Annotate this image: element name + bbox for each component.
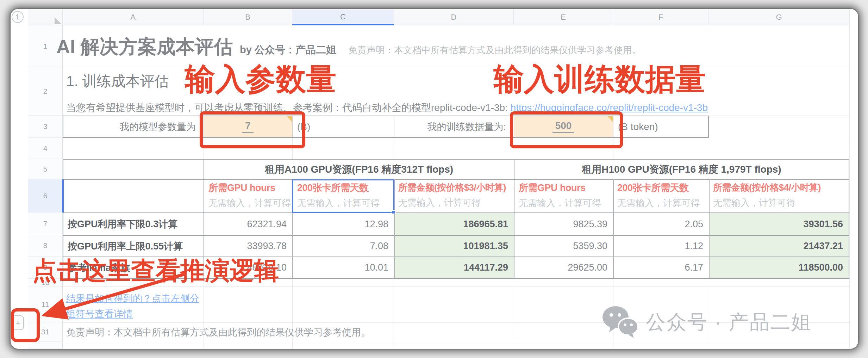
table-cell[interactable]: 2.05 [614,213,709,235]
col-title: 所需GPU hours [519,181,601,194]
title-row[interactable]: AI 解决方案成本评估 by 公众号：产品二姐 免责声明：本文档中所有估算方式及… [56,34,845,67]
wechat-icon [601,305,640,338]
table-cell[interactable]: 33993.78 [204,236,292,257]
annotation-input-data: 输入训练数据量 [494,64,706,94]
gridline [709,138,849,138]
gridline [849,10,850,349]
gridline [63,67,849,67]
col-subtitle: 无需输入，计算可得 [519,197,601,209]
gridline [63,179,849,180]
table-cell[interactable]: 29625.00 [514,257,613,278]
data-unit-cell[interactable]: (B token) [613,116,708,137]
col-header-days-h100[interactable]: 200张卡所需天数 无需输入，计算可得 [617,181,700,209]
col-subtitle: 无需输入，计算可得 [398,197,506,209]
col-subtitle: 无需输入，计算可得 [713,197,821,209]
gridline [63,342,849,342]
fill-handle[interactable] [392,210,396,214]
screenshot: 1 A B C D E F G 1 2 3 4 5 6 7 8 9 10 11 … [0,0,868,358]
table-cell[interactable]: 101981.35 [395,236,514,257]
row-header-4[interactable]: 4 [28,138,63,159]
table-cell[interactable]: 39301.56 [710,213,849,235]
spreadsheet-window: 1 A B C D E F G 1 2 3 4 5 6 7 8 9 10 11 … [11,9,858,349]
col-subtitle: 无需输入，计算可得 [617,197,700,209]
col-title: 所需GPU hours [208,181,291,194]
table-cell[interactable]: 12.98 [293,213,394,235]
table-cell[interactable]: 1.12 [614,236,709,257]
row-header-2[interactable]: 2 [28,67,63,116]
gridline [394,279,394,349]
data-label-cell[interactable]: 我的训练数据量为: [394,116,514,137]
col-header-cost-a100[interactable]: 所需金额(按价格$3/小时算) 无需输入，计算可得 [398,181,506,209]
table-cell[interactable]: 5359.30 [514,236,613,257]
annotation-input-params: 输入参数量 [185,64,336,94]
column-header-c[interactable]: C [292,10,394,25]
row-header-5[interactable]: 5 [28,159,63,179]
row-selection-bar [62,179,64,212]
column-header-b[interactable]: B [204,10,292,25]
gridline [514,279,514,349]
disclaimer-row[interactable]: 免责声明：本文档中所有估算方式及由此得到的结果仅供学习参考使用。 [66,322,370,342]
selected-cell-outline[interactable] [292,179,394,213]
row-header-6[interactable]: 6 [28,179,63,212]
col-title: 所需金额(按价格$3/小时算) [398,181,506,194]
group-header-h100[interactable]: 租用H100 GPU资源(FP16 精度 1,979T flops) [514,160,849,179]
title-byline: by 公众号：产品二姐 [240,43,336,57]
annotation-click-here: 点击这里查看推演逻辑 [32,258,279,283]
table-cell[interactable]: 186965.81 [395,213,514,235]
detail-link-line2: 组符号查看详情 [66,306,199,322]
table-cell[interactable]: 62321.94 [204,213,292,235]
select-all-corner[interactable] [28,10,63,25]
table-cell[interactable]: 9825.39 [514,213,613,235]
param-unit-cell[interactable]: (B) [292,116,394,137]
table-cell[interactable]: 21437.21 [710,236,849,257]
page-title: AI 解决方案成本评估 [56,34,233,60]
gridline [394,138,394,159]
column-header-d[interactable]: D [394,10,514,25]
table-cell[interactable]: 7.08 [293,236,394,257]
row-header-7[interactable]: 7 [28,212,63,235]
group-header-a100[interactable]: 租用A100 GPU资源(FP16 精度312T flops) [204,160,514,179]
annotation-box-param [200,111,305,148]
select-all-triangle-icon [55,17,62,24]
detail-link-line1: 结果是如何得到的？点击左侧分 [66,291,199,306]
table-cell[interactable]: 6.17 [614,257,709,278]
section-heading[interactable]: 1. 训练成本评估 [66,72,169,91]
table-cell[interactable]: 118500.00 [710,257,849,278]
col-title: 200张卡所需天数 [617,181,700,194]
col-header-cost-h100[interactable]: 所需金额(按价格$4/小时算) 无需输入，计算可得 [713,181,821,209]
column-header-a[interactable]: A [63,10,204,25]
col-subtitle: 无需输入，计算可得 [208,197,291,209]
table-cell[interactable]: 144117.29 [395,257,514,278]
title-disclaimer: 免责声明：本文档中所有估算方式及由此得到的结果仅供学习参考使用。 [348,44,641,56]
gridline [63,286,849,287]
column-header-f[interactable]: F [613,10,709,25]
col-header-gpu-hours-h100[interactable]: 所需GPU hours 无需输入，计算可得 [519,181,601,209]
gridline [709,116,849,116]
table-cell[interactable]: 10.01 [293,257,394,278]
watermark-text: 公众号 · 产品二姐 [646,309,812,336]
annotation-box-data [510,111,623,148]
annotation-box-plus [11,308,40,342]
group-level-button[interactable]: 1 [12,11,24,23]
col-title: 所需金额(按价格$4/小时算) [713,181,821,194]
col-header-gpu-hours-a100[interactable]: 所需GPU hours 无需输入，计算可得 [208,181,291,209]
row-label[interactable]: 按GPU利用率下限0.3计算 [68,213,204,235]
row-header-3[interactable]: 3 [28,116,63,138]
param-label-cell[interactable]: 我的模型参数量为 [63,116,204,137]
detail-link[interactable]: 结果是如何得到的？点击左侧分 组符号查看详情 [66,291,199,322]
column-header-e[interactable]: E [514,10,613,25]
row-header-8[interactable]: 8 [28,235,63,257]
row-label[interactable]: 按GPU利用率上限0.55计算 [68,236,204,257]
column-header-g[interactable]: G [709,10,849,25]
row-header-partial [28,342,63,349]
